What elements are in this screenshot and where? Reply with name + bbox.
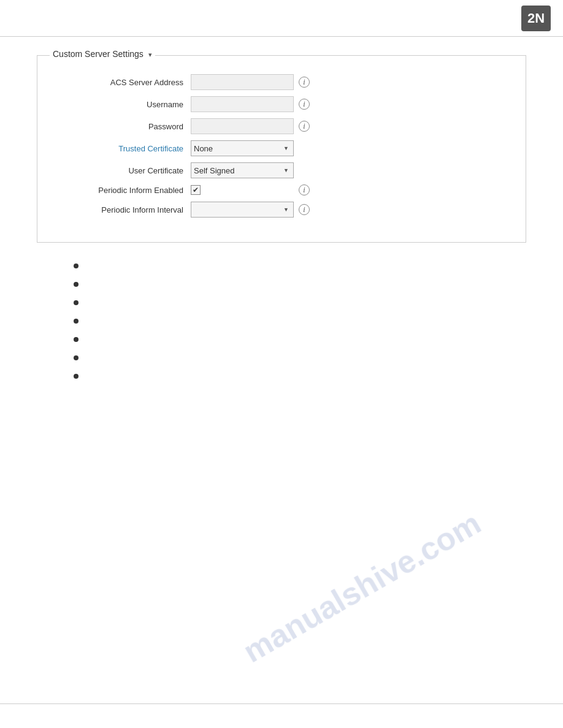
main-content: Custom Server Settings ▾ ACS Server Addr… (0, 37, 563, 408)
bullet-item-7 (74, 371, 526, 379)
brand-logo: 2N (521, 6, 551, 31)
bullet-item-6 (74, 353, 526, 360)
bullet-dot-6 (74, 355, 79, 360)
acs-server-input[interactable] (191, 74, 294, 90)
user-cert-label: User Certificate (56, 166, 191, 175)
bullet-dot-2 (74, 282, 79, 287)
watermark: manualshive.com (237, 504, 487, 670)
bullet-item-3 (74, 298, 526, 305)
acs-server-label: ACS Server Address (56, 78, 191, 87)
periodic-inform-interval-label: Periodic Inform Interval (56, 205, 191, 214)
periodic-inform-interval-select-wrapper: 1 Minute 5 Minutes 10 Minutes 30 Minutes… (191, 202, 294, 218)
username-label: Username (56, 100, 191, 109)
bullet-dot-4 (74, 319, 79, 324)
settings-box: Custom Server Settings ▾ ACS Server Addr… (37, 55, 526, 243)
periodic-inform-interval-select[interactable]: 1 Minute 5 Minutes 10 Minutes 30 Minutes… (191, 202, 294, 218)
bullet-dot-5 (74, 337, 79, 342)
periodic-inform-interval-info-icon[interactable]: i (299, 204, 310, 215)
periodic-inform-enabled-row: Periodic Inform Enabled ✔ i (56, 184, 507, 195)
acs-server-row: ACS Server Address i (56, 74, 507, 90)
trusted-cert-select-wrapper: None Certificate 1 Certificate 2 (191, 140, 294, 156)
bullet-dot-3 (74, 300, 79, 305)
user-cert-select-wrapper: Self Signed Certificate 1 Certificate 2 (191, 162, 294, 178)
settings-title-text: Custom Server Settings (53, 49, 144, 59)
username-input[interactable] (191, 96, 294, 112)
settings-title[interactable]: Custom Server Settings ▾ (50, 49, 155, 59)
bullet-dot-7 (74, 374, 79, 379)
bullet-dot-1 (74, 264, 79, 268)
bullet-item-1 (74, 261, 526, 268)
form-section: ACS Server Address i Username i Password… (56, 74, 507, 218)
bullet-item-4 (74, 316, 526, 324)
trusted-cert-select[interactable]: None Certificate 1 Certificate 2 (191, 140, 294, 156)
bullet-item-5 (74, 335, 526, 342)
username-row: Username i (56, 96, 507, 112)
bullet-section (74, 261, 526, 379)
periodic-inform-interval-row: Periodic Inform Interval 1 Minute 5 Minu… (56, 202, 507, 218)
acs-server-info-icon[interactable]: i (299, 77, 310, 88)
periodic-inform-enabled-checkbox[interactable]: ✔ (191, 185, 201, 195)
user-cert-select[interactable]: Self Signed Certificate 1 Certificate 2 (191, 162, 294, 178)
password-info-icon[interactable]: i (299, 121, 310, 132)
periodic-inform-enabled-info-icon[interactable]: i (299, 184, 310, 195)
trusted-cert-label: Trusted Certificate (56, 144, 191, 153)
user-cert-row: User Certificate Self Signed Certificate… (56, 162, 507, 178)
password-label: Password (56, 122, 191, 131)
settings-collapse-arrow: ▾ (148, 51, 152, 58)
trusted-cert-row: Trusted Certificate None Certificate 1 C… (56, 140, 507, 156)
bottom-bar (0, 703, 563, 728)
periodic-inform-enabled-checkbox-wrapper: ✔ (191, 185, 294, 195)
bullet-item-2 (74, 279, 526, 287)
top-bar: 2N (0, 0, 563, 37)
password-row: Password i (56, 118, 507, 134)
username-info-icon[interactable]: i (299, 99, 310, 110)
password-input[interactable] (191, 118, 294, 134)
periodic-inform-enabled-label: Periodic Inform Enabled (56, 186, 191, 195)
